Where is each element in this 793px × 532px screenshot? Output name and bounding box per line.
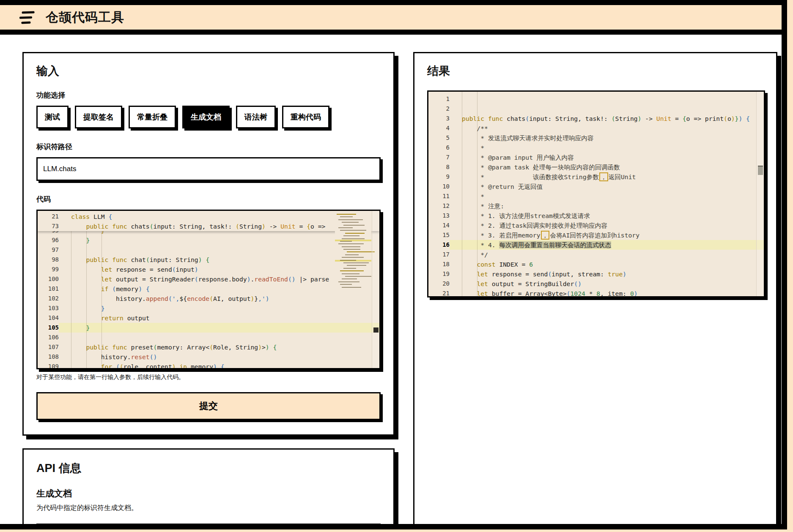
code-line: 13 * 1. 该方法使用stream模式发送请求: [428, 211, 764, 221]
line-number: 3: [428, 114, 450, 123]
code-line: 9 * 该函数接收String参数，返回Unit: [428, 172, 764, 182]
code-line: 8 * @param task 处理每一块响应内容的回调函数: [428, 162, 764, 172]
code-lines: 95 }96 }9798 public func chat(input: Str…: [38, 231, 379, 369]
editor-scrollbar[interactable]: [372, 211, 379, 368]
feature-select-label: 功能选择: [36, 90, 381, 100]
code-line: 108 history.reset(): [38, 352, 379, 362]
line-number: 100: [38, 274, 59, 284]
code-line: 107 public func preset(memory: Array<(Ro…: [38, 342, 379, 352]
identifier-path-label: 标识符路径: [36, 142, 381, 152]
code-line: 14 * 2. 通过task回调实时接收并处理响应内容: [428, 221, 764, 230]
line-number: 19: [428, 269, 450, 279]
line-number: 95: [38, 231, 59, 235]
code-line: 21 let buffer = Array<Byte>(1024 * 8, it…: [428, 289, 764, 297]
submit-button[interactable]: 提交: [36, 392, 381, 420]
result-scrollbar[interactable]: [756, 92, 764, 296]
code-line: 19 let response = send(input, stream: tr…: [428, 269, 764, 279]
code-line: 1: [428, 94, 764, 104]
sticky-scroll-lines: 21class LLM {73 public func chats(input:…: [38, 211, 379, 231]
feature-button[interactable]: 语法树: [236, 106, 276, 128]
line-number: 108: [38, 352, 59, 362]
code-line: 101 if (memory) {: [38, 284, 379, 294]
code-line: 3public func chats(input: String, task!:…: [428, 114, 764, 123]
line-number: 104: [38, 313, 59, 323]
line-number: 21: [428, 289, 450, 297]
line-number: 10: [428, 182, 450, 191]
line-number: 18: [428, 259, 450, 269]
line-number: 9: [428, 172, 450, 182]
line-number: 4: [428, 123, 450, 133]
feature-button[interactable]: 生成文档: [182, 106, 230, 128]
line-number: 97: [38, 245, 59, 255]
code-line: 6 *: [428, 143, 764, 153]
identifier-input[interactable]: [36, 157, 381, 181]
code-line: 15 * 3. 若启用memory，会将AI回答内容追加到history: [428, 230, 764, 240]
line-number: 103: [38, 303, 59, 313]
line-number: 5: [428, 133, 450, 143]
code-line: 96 }: [38, 235, 379, 245]
line-number: 20: [428, 279, 450, 289]
code-line: 98 public func chat(input: String) {: [38, 255, 379, 265]
line-number: 21: [38, 212, 59, 221]
result-editor[interactable]: 123public func chats(input: String, task…: [427, 90, 765, 297]
api-description: 为代码中指定的标识符生成文档。: [36, 504, 381, 513]
line-number: 73: [38, 221, 59, 231]
code-line: 21class LLM {: [38, 212, 379, 221]
result-lines: 123public func chats(input: String, task…: [428, 92, 764, 297]
feature-button[interactable]: 提取签名: [75, 106, 122, 128]
line-number: 12: [428, 201, 450, 211]
line-number: 6: [428, 143, 450, 153]
code-line: 104 return output: [38, 313, 379, 323]
app-header: 仓颉代码工具: [0, 5, 782, 35]
code-line: 103 }: [38, 303, 379, 313]
result-panel: 结果 123public func chats(input: String, t…: [413, 52, 777, 529]
line-number: 11: [428, 191, 450, 201]
code-line: 2: [428, 104, 764, 114]
code-hint: 对于某些功能，请在第一行输入参数，后续行输入代码。: [36, 374, 381, 381]
scrollbar-thumb[interactable]: [373, 327, 379, 333]
line-number: 8: [428, 162, 450, 172]
feature-buttons: 测试提取签名常量折叠生成文档语法树重构代码: [36, 106, 381, 128]
feature-button[interactable]: 重构代码: [282, 106, 329, 128]
left-column: 输入 功能选择 测试提取签名常量折叠生成文档语法树重构代码 标识符路径 代码 2…: [22, 52, 395, 529]
code-label: 代码: [36, 194, 381, 204]
line-number: 17: [428, 250, 450, 259]
minimap[interactable]: [335, 213, 371, 292]
api-info-panel: API 信息 生成文档 为代码中指定的标识符生成文档。 注意事项: 第一行应为标…: [22, 448, 395, 529]
code-line: 10 * @return 无返回值: [428, 182, 764, 191]
line-number: 109: [38, 362, 59, 369]
code-line: 97: [38, 245, 379, 255]
line-number: 15: [428, 230, 450, 240]
api-note-box: 注意事项: 第一行应为标识符路径，后跟代码。返回流式响应。: [36, 524, 381, 529]
code-line: 16 * 4. 每次调用会重置当前聊天会话的流式状态: [428, 240, 764, 250]
api-feature-title: 生成文档: [36, 488, 381, 499]
scrollbar-thumb[interactable]: [758, 166, 763, 175]
code-line: 18 const INDEX = 6: [428, 259, 764, 269]
line-number: 1: [428, 94, 450, 104]
line-number: 105: [38, 323, 59, 333]
line-number: 99: [38, 265, 59, 274]
result-panel-title: 结果: [427, 63, 765, 79]
code-line: 95 }: [38, 231, 379, 235]
line-number: 2: [428, 104, 450, 114]
code-line: 20 let output = StringBuilder(): [428, 279, 764, 289]
api-panel-title: API 信息: [36, 461, 381, 476]
code-line: 73 public func chats(input: String, task…: [38, 221, 379, 231]
code-editor[interactable]: 21class LLM {73 public func chats(input:…: [36, 210, 381, 369]
line-number: 98: [38, 255, 59, 265]
feature-button[interactable]: 测试: [36, 106, 69, 128]
line-number: 13: [428, 211, 450, 221]
code-line: 105 }: [38, 323, 379, 333]
code-line: 11 *: [428, 191, 764, 201]
code-line: 99 let response = send(input): [38, 265, 379, 274]
right-column: 结果 123public func chats(input: String, t…: [413, 52, 777, 529]
input-panel-title: 输入: [36, 63, 381, 79]
code-line: 5 * 发送流式聊天请求并实时处理响应内容: [428, 133, 764, 143]
line-number: 14: [428, 221, 450, 230]
code-line: 102 history.append(',${encode(AI, output…: [38, 294, 379, 303]
feature-button[interactable]: 常量折叠: [129, 106, 176, 128]
line-number: 107: [38, 342, 59, 352]
app-title: 仓颉代码工具: [46, 9, 124, 26]
code-line: 100 let output = StringReader(response.b…: [38, 274, 379, 284]
menu-icon[interactable]: [19, 11, 35, 24]
